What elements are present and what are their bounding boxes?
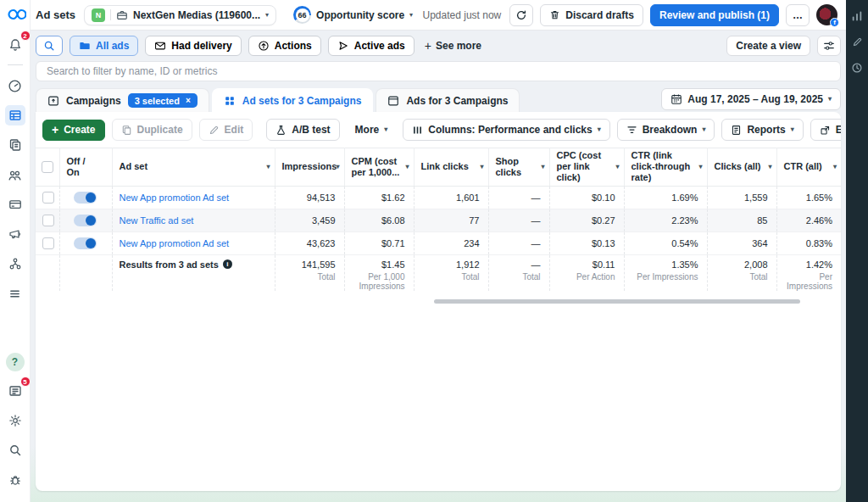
row-checkbox[interactable] — [42, 215, 54, 226]
history-button[interactable] — [851, 62, 863, 74]
filter-had-delivery[interactable]: Had delivery — [145, 36, 241, 56]
edit-button[interactable]: Edit — [199, 119, 253, 141]
filter-all-ads[interactable]: All ads — [70, 36, 138, 56]
columns-icon — [412, 125, 423, 136]
menu-icon — [8, 287, 21, 300]
account-selector[interactable]: N NextGen Medias (119600... ▾ — [84, 5, 276, 25]
create-view-button[interactable]: Create a view — [726, 36, 810, 56]
sort-caret-icon[interactable]: ▾ — [480, 163, 483, 171]
filter-active-ads[interactable]: Active ads — [328, 36, 415, 56]
see-more-filters-button[interactable]: + See more — [421, 39, 485, 53]
nav-advertising-settings[interactable] — [5, 224, 25, 244]
breakdown-dropdown[interactable]: Breakdown ▾ — [617, 119, 715, 141]
column-header-clicks-all: Clicks (all) — [715, 161, 761, 171]
tab-campaigns[interactable]: Campaigns 3 selected × — [36, 88, 209, 112]
top-header: Ad sets N NextGen Medias (119600... ▾ 66… — [31, 0, 846, 31]
help-button[interactable]: ? — [6, 353, 25, 371]
sort-caret-icon[interactable]: ▾ — [405, 163, 409, 171]
total-shop-clicks: — — [496, 259, 541, 270]
export-split-button: Export ▾ — [810, 119, 841, 141]
tab-ads[interactable]: Ads for 3 Campaigns — [376, 88, 520, 112]
sort-caret-icon[interactable]: ▾ — [266, 163, 270, 171]
row-checkbox[interactable] — [42, 192, 54, 204]
more-options-button[interactable]: … — [786, 4, 810, 26]
reports-label: Reports — [747, 124, 785, 136]
row-checkbox[interactable] — [42, 237, 54, 249]
adset-name-link[interactable]: New Traffic ad set — [120, 215, 194, 226]
ellipsis-icon: … — [793, 9, 803, 21]
plus-icon: + — [52, 123, 58, 137]
columns-dropdown[interactable]: Columns: Performance and clicks ▾ — [403, 119, 609, 141]
reports-dropdown[interactable]: Reports ▾ — [721, 119, 803, 141]
filter-had-delivery-label: Had delivery — [171, 40, 231, 52]
duplicate-button[interactable]: Duplicate — [112, 119, 192, 141]
filter-right-group: Create a view — [726, 36, 841, 56]
column-header-cpc: CPC (cost per link click) — [557, 150, 602, 182]
filter-actions[interactable]: Actions — [248, 36, 321, 56]
sort-caret-icon[interactable]: ▾ — [698, 163, 702, 171]
nav-campaigns[interactable] — [5, 105, 25, 126]
create-button[interactable]: + Create — [42, 120, 105, 141]
sort-caret-icon[interactable]: ▾ — [833, 163, 837, 171]
refresh-button[interactable] — [509, 4, 533, 26]
export-button[interactable]: Export — [810, 119, 841, 141]
cell-cpc: $0.27 — [549, 209, 624, 231]
date-range-picker[interactable]: Aug 17, 2025 – Aug 19, 2025 ▾ — [661, 88, 841, 110]
cell-impressions: 3,459 — [275, 209, 344, 231]
global-search-button[interactable] — [5, 440, 25, 460]
adset-name-link[interactable]: New App promotion Ad set — [120, 192, 230, 203]
adset-name-link[interactable]: New App promotion Ad set — [120, 238, 230, 248]
table-row: New App promotion Ad set 43,623 $0.71 23… — [36, 231, 841, 254]
table-search-input[interactable] — [36, 61, 841, 81]
insights-button[interactable] — [851, 10, 863, 22]
nav-all-tools[interactable] — [5, 283, 25, 304]
tab-ad-sets[interactable]: Ad sets for 3 Campaigns — [212, 88, 374, 112]
nav-account-overview[interactable] — [5, 75, 25, 96]
folder-icon — [79, 40, 91, 52]
cell-shop-clicks: — — [488, 186, 549, 209]
more-actions-button[interactable]: More ▾ — [347, 119, 397, 141]
total-impressions: 141,595 — [282, 259, 336, 270]
nav-audiences[interactable] — [5, 165, 25, 185]
nav-business-structure[interactable] — [5, 254, 25, 274]
settings-button[interactable] — [5, 410, 25, 431]
ads-manager-app: 2 ? 5 — [0, 0, 868, 502]
user-avatar[interactable]: f — [816, 4, 837, 25]
discard-drafts-button[interactable]: Discard drafts — [540, 4, 643, 26]
select-all-checkbox[interactable] — [42, 161, 53, 173]
gauge-icon — [8, 79, 22, 93]
duplicate-label: Duplicate — [137, 124, 183, 136]
column-header-name: Ad set — [120, 161, 148, 171]
edit-panel-button[interactable] — [852, 36, 863, 47]
sort-caret-icon[interactable]: ▾ — [336, 163, 339, 171]
review-publish-button[interactable]: Review and publish (1) — [650, 4, 779, 26]
adset-toggle[interactable] — [74, 192, 97, 204]
cell-ctr-link: 0.54% — [624, 231, 707, 254]
cell-link-clicks: 1,601 — [414, 186, 488, 209]
chevron-down-icon: ▾ — [828, 96, 832, 103]
sort-caret-icon[interactable]: ▾ — [768, 163, 771, 171]
nav-billing[interactable] — [5, 194, 25, 215]
refresh-icon — [515, 9, 527, 21]
ab-test-button[interactable]: A/B test — [266, 119, 339, 141]
opportunity-score-dropdown[interactable]: 66 Opportunity score ▾ — [293, 6, 413, 24]
filter-active-ads-label: Active ads — [354, 40, 405, 52]
view-settings-button[interactable] — [817, 36, 841, 56]
adset-toggle[interactable] — [74, 237, 97, 249]
selected-filter-badge[interactable]: 3 selected × — [128, 93, 198, 108]
plus-icon: + — [425, 39, 431, 53]
filter-search-button[interactable] — [36, 36, 63, 56]
nav-ads-reporting[interactable] — [5, 135, 25, 155]
notifications-button[interactable]: 2 — [5, 35, 25, 55]
sort-caret-icon[interactable]: ▾ — [615, 163, 619, 171]
whats-new-button[interactable]: 5 — [5, 381, 25, 401]
campaigns-tab-icon — [47, 95, 59, 107]
bug-report-button[interactable] — [5, 470, 25, 490]
see-more-label: See more — [436, 40, 481, 52]
sort-caret-icon[interactable]: ▾ — [541, 163, 544, 171]
adset-toggle[interactable] — [74, 215, 97, 226]
arrow-up-circle-icon — [258, 40, 270, 52]
close-icon[interactable]: × — [186, 97, 191, 105]
horizontal-scrollbar[interactable] — [434, 299, 800, 304]
info-icon[interactable] — [223, 259, 232, 269]
